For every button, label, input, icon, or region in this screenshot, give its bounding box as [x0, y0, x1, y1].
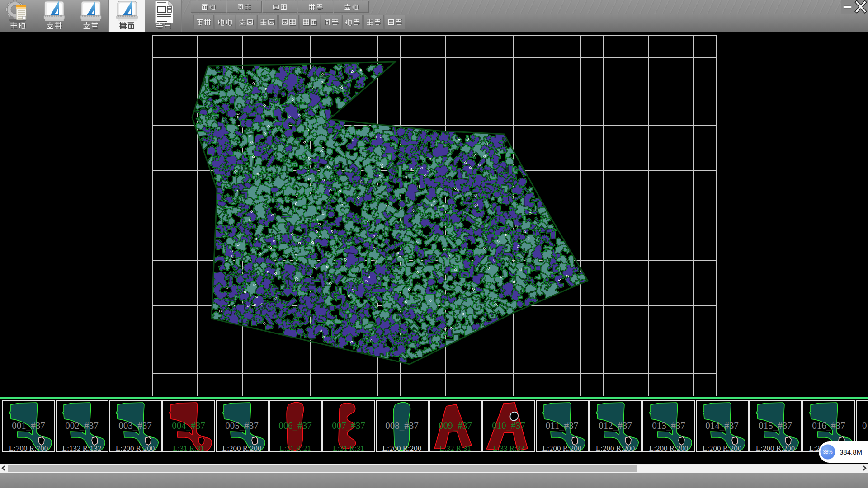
- svg-text:L:132 R:132: L:132 R:132: [62, 444, 101, 451]
- svg-text:L:33 R:33: L:33 R:33: [493, 444, 524, 451]
- svg-text:015_#37: 015_#37: [759, 420, 792, 431]
- svg-text:L:200 R:200: L:200 R:200: [596, 444, 635, 451]
- svg-text:013_#37: 013_#37: [652, 420, 685, 431]
- svg-text:L:200 R:200: L:200 R:200: [649, 444, 688, 451]
- svg-text:003_#37: 003_#37: [118, 420, 152, 431]
- svg-text:L:200 R:200: L:200 R:200: [222, 444, 261, 451]
- svg-text:002_#37: 002_#37: [65, 420, 99, 431]
- svg-text:L:32 R:31: L:32 R:31: [439, 444, 471, 451]
- svg-text:010_#37: 010_#37: [492, 420, 525, 431]
- svg-text:L:200 R:200: L:200 R:200: [116, 444, 155, 451]
- svg-text:L:200 R:200: L:200 R:200: [703, 444, 741, 451]
- svg-text:012_#37: 012_#37: [599, 420, 632, 431]
- svg-text:009_#37: 009_#37: [439, 420, 472, 431]
- svg-text:014_#37: 014_#37: [705, 420, 739, 431]
- svg-text:008_#37: 008_#37: [385, 420, 419, 431]
- svg-text:016_#37: 016_#37: [812, 420, 845, 431]
- svg-text:L:200 R:200: L:200 R:200: [542, 444, 581, 451]
- svg-text:L:31 R:31: L:31 R:31: [173, 444, 204, 451]
- svg-text:L:700 R:700: L:700 R:700: [9, 444, 48, 451]
- svg-text:L:31 R:31: L:31 R:31: [333, 444, 364, 451]
- svg-text:005_#37: 005_#37: [225, 420, 259, 431]
- svg-text:L:21 R:21: L:21 R:21: [279, 444, 311, 451]
- svg-text:001_#37: 001_#37: [12, 420, 45, 431]
- svg-text:L:200 R:200: L:200 R:200: [382, 444, 421, 451]
- svg-text:004_#37: 004_#37: [172, 420, 205, 431]
- svg-text:007_#37: 007_#37: [332, 420, 365, 431]
- svg-text:0: 0: [862, 420, 867, 431]
- svg-text:006_#37: 006_#37: [278, 420, 312, 431]
- svg-text:011_#37: 011_#37: [546, 420, 579, 431]
- svg-text:38%: 38%: [823, 449, 832, 455]
- svg-text:L:200 R:200: L:200 R:200: [756, 444, 795, 451]
- svg-text:384.8M: 384.8M: [840, 448, 862, 456]
